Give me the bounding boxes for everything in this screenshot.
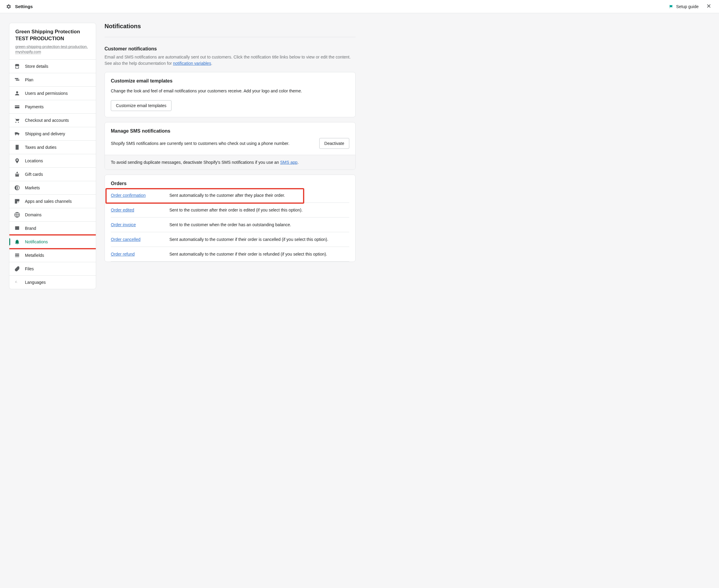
sms-app-link[interactable]: SMS app (280, 160, 298, 165)
page-header-title: Settings (15, 4, 33, 9)
store-url[interactable]: green-shipping-protection-test-productio… (15, 44, 90, 55)
gear-icon (6, 4, 12, 9)
notification-variables-link[interactable]: notification variables (173, 61, 211, 66)
sms-card: Manage SMS notifications Shopify SMS not… (104, 122, 356, 170)
order-row-desc: Sent automatically to the customer after… (169, 193, 349, 198)
order-row-desc: Sent automatically to the customer if th… (169, 237, 349, 242)
sidebar-item-label: Markets (25, 185, 40, 190)
order-refund-link[interactable]: Order refund (111, 252, 135, 256)
plan-icon (14, 77, 20, 83)
sidebar-item-label: Shipping and delivery (25, 131, 65, 136)
sidebar-item-label: Files (25, 267, 34, 271)
apps-icon (14, 198, 20, 204)
sidebar-item-label: Plan (25, 78, 33, 82)
order-row-cancelled: Order cancelled Sent automatically to th… (111, 232, 349, 247)
sidebar-item-label: Payments (25, 104, 43, 109)
sidebar-item-label: Languages (25, 280, 46, 285)
sidebar-item-label: Checkout and accounts (25, 118, 69, 123)
attachment-icon (14, 266, 20, 272)
sidebar-item-plan[interactable]: Plan (9, 73, 96, 87)
sidebar-item-label: Taxes and duties (25, 145, 57, 150)
sidebar-item-locations[interactable]: Locations (9, 154, 96, 168)
receipt-icon (14, 144, 20, 150)
bell-icon (14, 239, 20, 245)
deactivate-sms-button[interactable]: Deactivate (319, 138, 349, 149)
sidebar-item-domains[interactable]: Domains (9, 208, 96, 222)
order-edited-link[interactable]: Order edited (111, 208, 134, 212)
sidebar-item-brand[interactable]: Brand (9, 222, 96, 235)
card-icon (14, 104, 20, 110)
sidebar-item-payments[interactable]: Payments (9, 100, 96, 114)
orders-card: Orders Order confirmation Sent automatic… (104, 174, 356, 262)
brand-icon (14, 225, 20, 231)
sidebar-item-label: Gift cards (25, 172, 43, 177)
gift-icon (14, 171, 20, 177)
language-icon (14, 279, 20, 285)
sidebar-item-label: Metafields (25, 253, 44, 258)
sidebar-item-markets[interactable]: Markets (9, 181, 96, 195)
setup-guide-link[interactable]: Setup guide (669, 4, 699, 9)
orders-title: Orders (111, 181, 349, 186)
store-icon (14, 63, 20, 69)
sidebar-item-gift-cards[interactable]: Gift cards (9, 168, 96, 181)
sidebar-item-label: Store details (25, 64, 48, 69)
sidebar-item-label: Brand (25, 226, 36, 231)
location-icon (14, 158, 20, 164)
flag-icon (669, 4, 674, 9)
sidebar-item-shipping[interactable]: Shipping and delivery (9, 127, 96, 141)
sidebar-item-label: Locations (25, 159, 43, 163)
user-icon (14, 90, 20, 96)
sidebar-item-languages[interactable]: Languages (9, 276, 96, 289)
order-row-desc: Sent automatically to the customer if th… (169, 252, 349, 256)
metafields-icon (14, 252, 20, 258)
order-cancelled-link[interactable]: Order cancelled (111, 237, 141, 242)
customer-notifications-heading: Customer notifications (104, 46, 356, 51)
store-name: Green Shipping Protection TEST PRODUCTIO… (15, 28, 90, 42)
sidebar-item-label: Apps and sales channels (25, 199, 72, 204)
customize-email-button[interactable]: Customize email templates (111, 100, 172, 111)
sidebar-item-notifications[interactable]: Notifications (9, 235, 96, 249)
card-title: Customize email templates (111, 78, 349, 84)
order-row-confirmation: Order confirmation Sent automatically to… (111, 189, 349, 203)
sidebar-item-taxes[interactable]: Taxes and duties (9, 141, 96, 154)
domain-icon (14, 212, 20, 218)
sidebar-item-checkout[interactable]: Checkout and accounts (9, 114, 96, 127)
order-row-edited: Order edited Sent to the customer after … (111, 203, 349, 217)
sidebar-item-metafields[interactable]: Metafields (9, 249, 96, 262)
order-row-invoice: Order invoice Sent to the customer when … (111, 217, 349, 232)
close-button[interactable] (704, 2, 713, 11)
sidebar-item-files[interactable]: Files (9, 262, 96, 276)
settings-sidebar: Green Shipping Protection TEST PRODUCTIO… (9, 23, 96, 289)
sidebar-item-label: Domains (25, 212, 41, 217)
cart-icon (14, 117, 20, 123)
sidebar-item-label: Notifications (25, 239, 48, 244)
sidebar-item-apps[interactable]: Apps and sales channels (9, 195, 96, 208)
close-icon (706, 3, 712, 9)
order-confirmation-link[interactable]: Order confirmation (111, 193, 146, 198)
globe-icon (14, 185, 20, 191)
page-title: Notifications (104, 23, 356, 30)
sms-footer: To avoid sending duplicate messages, dea… (105, 155, 355, 169)
truck-icon (14, 131, 20, 137)
card-title: Manage SMS notifications (111, 128, 349, 134)
setup-guide-label: Setup guide (676, 4, 699, 9)
customize-email-card: Customize email templates Change the loo… (104, 72, 356, 117)
order-row-desc: Sent to the customer after their order i… (169, 208, 349, 212)
order-invoice-link[interactable]: Order invoice (111, 222, 136, 227)
order-row-refund: Order refund Sent automatically to the c… (111, 247, 349, 261)
sidebar-item-label: Users and permissions (25, 91, 67, 96)
card-text: Shopify SMS notifications are currently … (111, 141, 289, 147)
customer-notifications-desc: Email and SMS notifications are automati… (104, 54, 356, 67)
order-row-desc: Sent to the customer when the order has … (169, 222, 349, 227)
sidebar-item-store-details[interactable]: Store details (9, 60, 96, 73)
sidebar-item-users[interactable]: Users and permissions (9, 87, 96, 100)
card-text: Change the look and feel of email notifi… (111, 88, 349, 94)
